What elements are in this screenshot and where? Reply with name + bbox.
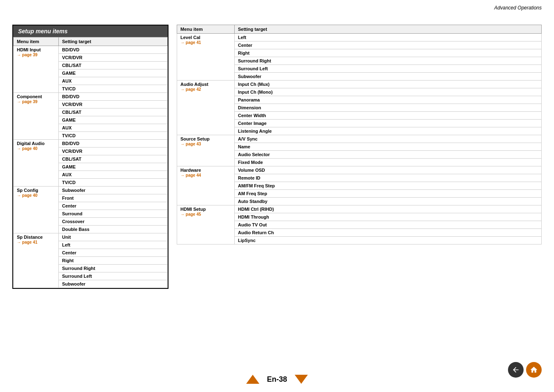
setting-cell: HDMI Through: [235, 213, 542, 221]
setting-cell: Surround Right: [59, 265, 168, 272]
setting-cell: GAME: [59, 116, 168, 124]
setting-cell: Right: [235, 49, 542, 57]
menu-item-cell: Audio Adjust→ page 42: [177, 81, 235, 135]
home-button[interactable]: [526, 362, 542, 378]
setting-cell: BD/DVD: [59, 140, 168, 148]
setting-cell: Surround: [59, 210, 168, 218]
page-footer: En-38: [0, 375, 554, 384]
right-menu-table: Menu item Setting target Level Cal→ page…: [177, 25, 542, 244]
setting-cell: Center: [59, 249, 168, 257]
right-col-setting-target: Setting target: [235, 25, 542, 34]
setting-cell: Center: [235, 42, 542, 49]
setting-cell: BD/DVD: [59, 93, 168, 101]
menu-item-cell: Sp Distance→ page 41: [14, 233, 59, 288]
setting-cell: AM Freq Step: [235, 190, 542, 198]
setting-cell: Name: [235, 143, 542, 151]
setting-cell: GAME: [59, 69, 168, 77]
menu-item-cell: Component→ page 39: [14, 93, 59, 140]
setting-cell: AUX: [59, 171, 168, 179]
setting-cell: Audio Selector: [235, 151, 542, 159]
menu-item-cell: HDMI Setup→ page 45: [177, 205, 235, 244]
nav-down-button[interactable]: [295, 375, 308, 384]
setting-cell: Subwoofer: [59, 187, 168, 194]
setting-cell: Surround Left: [235, 65, 542, 73]
setting-cell: Dimension: [235, 104, 542, 112]
setting-cell: GAME: [59, 163, 168, 171]
menu-item-cell: Hardware→ page 44: [177, 166, 235, 205]
setting-cell: Surround Left: [59, 272, 168, 280]
setting-cell: Front: [59, 194, 168, 202]
setting-cell: VCR/DVR: [59, 148, 168, 155]
setting-cell: Panorama: [235, 96, 542, 104]
setting-cell: Audio Return Ch: [235, 229, 542, 237]
col-setting-target: Setting target: [59, 37, 168, 46]
setting-cell: Subwoofer: [235, 73, 542, 81]
setting-cell: Center Image: [235, 120, 542, 127]
setting-cell: AM/FM Freq Step: [235, 182, 542, 190]
setup-menu-table: Menu item Setting target HDMI Input→ pag…: [13, 37, 168, 288]
setting-cell: CBL/SAT: [59, 155, 168, 163]
setting-cell: TV/CD: [59, 132, 168, 140]
setting-cell: CBL/SAT: [59, 62, 168, 69]
setting-cell: HDMI Ctrl (RIHD): [235, 205, 542, 213]
header-title: Advanced Operations: [494, 5, 542, 11]
main-content: Setup menu items Menu item Setting targe…: [0, 8, 554, 322]
menu-item-cell: Source Setup→ page 43: [177, 135, 235, 166]
setting-cell: TV/CD: [59, 85, 168, 93]
menu-item-cell: Level Cal→ page 41: [177, 34, 235, 81]
setting-cell: Volume OSD: [235, 166, 542, 174]
setting-cell: TV/CD: [59, 179, 168, 187]
setting-cell: Subwoofer: [59, 280, 168, 288]
setup-box-title: Setup menu items: [13, 25, 168, 37]
right-table-container: Menu item Setting target Level Cal→ page…: [177, 25, 542, 289]
menu-item-cell: Digital Audio→ page 40: [14, 140, 59, 187]
page-number: En-38: [267, 375, 287, 384]
back-button[interactable]: [508, 362, 524, 378]
setting-cell: Crossover: [59, 218, 168, 226]
setting-cell: Input Ch (Mono): [235, 88, 542, 96]
setting-cell: AUX: [59, 77, 168, 85]
setting-cell: LipSync: [235, 237, 542, 244]
setting-cell: Surround Right: [235, 57, 542, 65]
setting-cell: Right: [59, 257, 168, 265]
setting-cell: VCR/DVR: [59, 101, 168, 108]
col-menu-item: Menu item: [14, 37, 59, 46]
footer-icons: [508, 362, 542, 378]
setting-cell: Remote ID: [235, 174, 542, 182]
nav-up-button[interactable]: [246, 375, 259, 384]
setting-cell: A/V Sync: [235, 135, 542, 143]
right-col-menu-item: Menu item: [177, 25, 235, 34]
menu-item-cell: HDMI Input→ page 39: [14, 46, 59, 93]
menu-item-cell: Sp Config→ page 40: [14, 187, 59, 233]
setting-cell: AUX: [59, 124, 168, 132]
setting-cell: Unit: [59, 233, 168, 241]
home-icon: [530, 366, 538, 374]
setting-cell: CBL/SAT: [59, 108, 168, 116]
setting-cell: Auto Standby: [235, 198, 542, 205]
setting-cell: VCR/DVR: [59, 54, 168, 62]
setting-cell: Center: [59, 202, 168, 210]
page-header: Advanced Operations: [494, 5, 542, 11]
setting-cell: Input Ch (Mux): [235, 81, 542, 88]
footer-nav: En-38: [246, 375, 307, 384]
setting-cell: Fixed Mode: [235, 159, 542, 166]
setting-cell: Left: [59, 241, 168, 249]
back-icon: [512, 366, 520, 374]
setting-cell: Left: [235, 34, 542, 42]
setting-cell: Center Width: [235, 112, 542, 120]
setting-cell: Listening Angle: [235, 127, 542, 135]
setting-cell: Audio TV Out: [235, 221, 542, 229]
setting-cell: Double Bass: [59, 226, 168, 233]
setup-box: Setup menu items Menu item Setting targe…: [12, 25, 169, 289]
setting-cell: BD/DVD: [59, 46, 168, 54]
